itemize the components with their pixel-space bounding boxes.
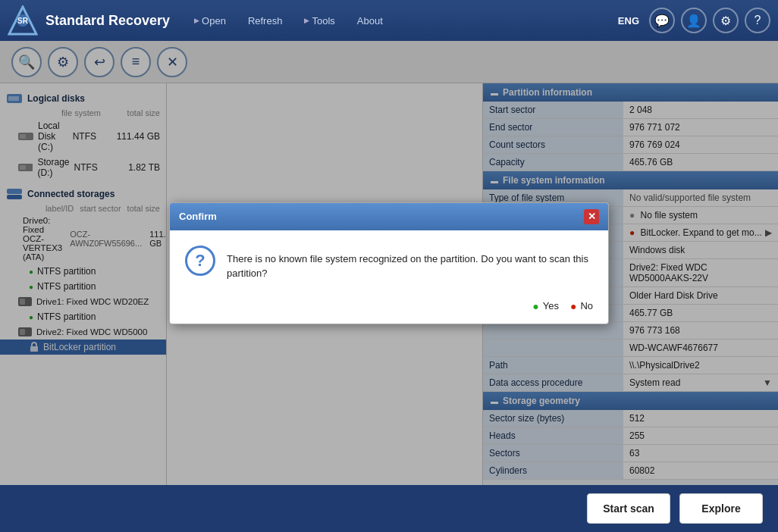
start-scan-button[interactable]: Start scan: [587, 493, 670, 524]
app-title: Standard Recovery: [45, 13, 170, 29]
modal-no-button[interactable]: ● No: [570, 300, 593, 312]
confirm-modal: Confirm ✕ ? There is no known file syste…: [169, 202, 609, 324]
modal-body: ? There is no known file system recogniz…: [170, 230, 608, 293]
modal-title: Confirm: [179, 211, 217, 222]
logo: SR Standard Recovery: [8, 5, 170, 36]
help-button[interactable]: ?: [745, 8, 770, 33]
modal-footer: ● Yes ● No: [170, 293, 608, 324]
menu-refresh[interactable]: Refresh: [239, 11, 292, 31]
menu-open[interactable]: ▶ Open: [185, 11, 235, 31]
menu-tools[interactable]: ▶ Tools: [295, 11, 344, 31]
header-menu: ▶ Open Refresh ▶ Tools About: [185, 11, 618, 31]
explore-button[interactable]: Explore: [679, 493, 763, 524]
language-selector[interactable]: ENG: [618, 15, 639, 27]
yes-dot-icon: ●: [532, 300, 538, 312]
modal-header: Confirm ✕: [170, 203, 608, 230]
logo-icon: SR: [8, 5, 38, 36]
chat-button[interactable]: 💬: [649, 8, 675, 33]
modal-overlay: Confirm ✕ ? There is no known file syste…: [0, 41, 778, 485]
settings-button[interactable]: ⚙: [713, 8, 739, 33]
modal-question-icon: ?: [185, 246, 215, 276]
open-arrow-icon: ▶: [194, 17, 199, 24]
modal-yes-button[interactable]: ● Yes: [532, 300, 559, 312]
modal-close-button[interactable]: ✕: [584, 209, 599, 224]
user-button[interactable]: 👤: [681, 8, 707, 33]
menu-about[interactable]: About: [348, 11, 392, 31]
modal-message: There is no known file system recognized…: [227, 246, 593, 281]
header: SR Standard Recovery ▶ Open Refresh ▶ To…: [0, 0, 778, 41]
bottom-bar: Start scan Explore: [0, 485, 778, 532]
no-dot-icon: ●: [570, 300, 576, 312]
header-right: ENG 💬 👤 ⚙ ?: [618, 8, 770, 33]
svg-text:SR: SR: [17, 17, 29, 25]
tools-arrow-icon: ▶: [304, 17, 309, 24]
